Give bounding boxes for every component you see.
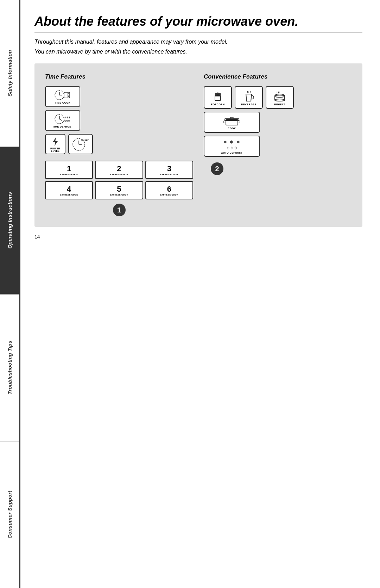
express-cook-5[interactable]: 5 EXPRESS COOK <box>95 181 143 199</box>
time-features-title: Time Features <box>45 73 193 80</box>
reheat-button[interactable]: REHEAT <box>266 86 294 109</box>
express-cook-2[interactable]: 2 EXPRESS COOK <box>95 161 143 179</box>
svg-rect-20 <box>215 95 221 100</box>
express-label-3: EXPRESS COOK <box>160 173 178 175</box>
annotation-2: 2 <box>211 162 223 175</box>
svg-point-5 <box>68 93 69 94</box>
time-cook-label: TIME COOK <box>55 101 70 104</box>
cook-label: COOK <box>228 127 236 130</box>
reheat-icon <box>273 91 286 102</box>
express-num-2: 2 <box>117 165 121 173</box>
convenience-features-column: Convenience Features <box>204 73 352 216</box>
30sec-icon: 30 SEC. <box>72 138 89 151</box>
svg-point-6 <box>68 95 69 95</box>
express-label-1: EXPRESS COOK <box>60 173 78 175</box>
reheat-label: REHEAT <box>274 103 285 106</box>
auto-defrost-button[interactable]: ✶ ✶ ✶ ◇ ◇ ◇ AUTO DEFROST <box>204 136 260 157</box>
power-level-row: POWERLEVEL 30 SEC. <box>45 134 193 154</box>
beverage-button[interactable]: BEVERAGE <box>235 86 263 109</box>
conv-row-3: ✶ ✶ ✶ ◇ ◇ ◇ AUTO DEFROST <box>204 136 352 157</box>
main-content: About the features of your microwave ove… <box>20 0 380 588</box>
time-features-column: Time Features <box>45 73 193 216</box>
svg-point-12 <box>64 120 66 122</box>
power-level-button[interactable]: POWERLEVEL <box>45 134 65 154</box>
svg-text:30 SEC.: 30 SEC. <box>81 139 89 142</box>
express-cook-6[interactable]: 6 EXPRESS COOK <box>145 181 193 199</box>
express-cook-1[interactable]: 1 EXPRESS COOK <box>45 161 93 179</box>
page-title: About the features of your microwave ove… <box>34 14 362 32</box>
svg-point-24 <box>218 93 221 95</box>
svg-line-10 <box>59 119 62 120</box>
svg-rect-32 <box>230 117 233 119</box>
power-level-label: POWERLEVEL <box>50 147 60 152</box>
subtitle2: You can microwave by time or with the co… <box>34 49 362 55</box>
convenience-features-title: Convenience Features <box>204 73 352 80</box>
express-cook-3[interactable]: 3 EXPRESS COOK <box>145 161 193 179</box>
page-number: 14 <box>34 234 362 240</box>
sidebar-label-consumer: Consumer Support <box>7 491 13 539</box>
time-defrost-label: TIME DEFROST <box>52 125 73 128</box>
30sec-button[interactable]: 30 SEC. <box>68 134 93 154</box>
popcorn-icon <box>212 91 223 102</box>
svg-point-13 <box>66 120 68 122</box>
auto-defrost-label: AUTO DEFROST <box>221 151 242 154</box>
time-cook-button[interactable]: TIME COOK <box>45 86 80 107</box>
express-num-3: 3 <box>167 165 171 173</box>
sidebar-operating[interactable]: Operating Instructions <box>0 147 19 295</box>
express-num-4: 4 <box>67 185 71 193</box>
lightning-icon <box>51 137 59 147</box>
svg-point-7 <box>68 96 69 97</box>
beverage-label: BEVERAGE <box>241 103 256 106</box>
annotation-1: 1 <box>113 204 126 216</box>
time-defrost-icon: ✶✶✶ <box>55 114 71 124</box>
conv-row-2: COOK <box>204 112 352 133</box>
sidebar: Safety Information Operating Instruction… <box>0 0 20 588</box>
express-label-5: EXPRESS COOK <box>110 194 128 196</box>
sidebar-label-safety: Safety Information <box>7 50 13 97</box>
express-label-4: EXPRESS COOK <box>60 194 78 196</box>
beverage-icon <box>243 91 254 102</box>
express-cook-grid: 1 EXPRESS COOK 2 EXPRESS COOK 3 EXPRESS … <box>45 161 193 199</box>
cook-icon <box>223 116 241 126</box>
express-num-1: 1 <box>67 165 71 173</box>
svg-point-26 <box>275 95 285 97</box>
svg-text:✶✶✶: ✶✶✶ <box>64 116 70 119</box>
express-cook-4[interactable]: 4 EXPRESS COOK <box>45 181 93 199</box>
popcorn-button[interactable]: POPCORN <box>204 86 232 109</box>
svg-point-27 <box>275 99 285 101</box>
svg-marker-15 <box>53 137 58 146</box>
conv-row-1: POPCORN <box>204 86 352 109</box>
svg-point-14 <box>68 120 70 122</box>
sidebar-safety[interactable]: Safety Information <box>0 0 19 147</box>
sidebar-label-operating: Operating Instructions <box>7 192 13 249</box>
sidebar-consumer[interactable]: Consumer Support <box>0 441 19 588</box>
time-cook-icon <box>55 90 71 100</box>
cook-button[interactable]: COOK <box>204 112 260 133</box>
time-defrost-button[interactable]: ✶✶✶ TIME DEFROST <box>45 110 80 131</box>
feature-panel: Time Features <box>34 63 362 227</box>
express-label-6: EXPRESS COOK <box>160 194 178 196</box>
subtitle1: Throughout this manual, features and app… <box>34 39 362 45</box>
express-num-5: 5 <box>117 185 121 193</box>
popcorn-label: POPCORN <box>211 103 225 106</box>
express-num-6: 6 <box>167 185 171 193</box>
express-label-2: EXPRESS COOK <box>110 173 128 175</box>
sidebar-label-troubleshooting: Troubleshooting Tips <box>7 341 13 395</box>
sidebar-troubleshooting[interactable]: Troubleshooting Tips <box>0 295 19 442</box>
auto-defrost-icon: ✶ ✶ ✶ ◇ ◇ ◇ <box>223 140 241 150</box>
